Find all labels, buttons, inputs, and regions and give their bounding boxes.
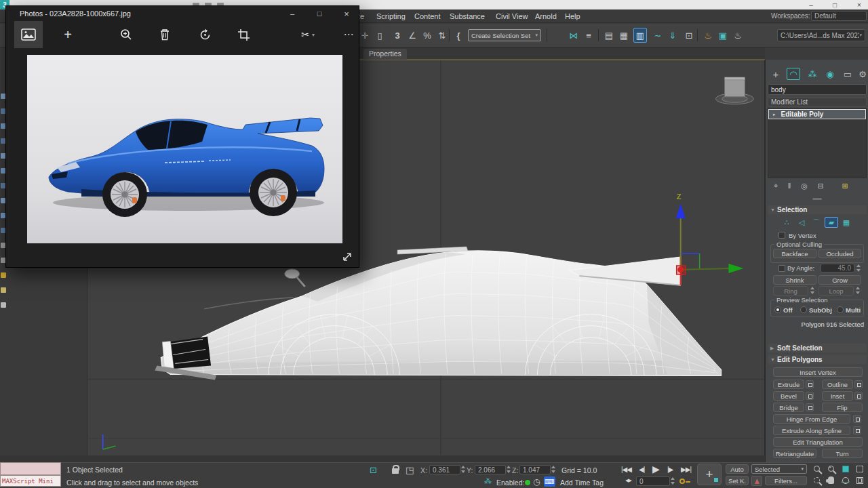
- maxscript-mini-listener[interactable]: MAXScript Mini: [0, 475, 61, 487]
- set-key-button[interactable]: Set K.: [726, 476, 749, 485]
- configure-modifier-sets-icon[interactable]: ⊞: [838, 180, 852, 192]
- pin-stack-icon[interactable]: ⌖: [769, 180, 783, 192]
- selection-lock-icon[interactable]: [392, 468, 399, 474]
- subobject-element-icon[interactable]: ▦: [840, 217, 853, 228]
- filters-button[interactable]: Filters...: [765, 476, 807, 485]
- preview-multi-radio[interactable]: [837, 306, 844, 313]
- select-object-icon[interactable]: ▯: [373, 28, 387, 43]
- outline-settings-icon[interactable]: [854, 380, 863, 388]
- rendered-frame-window-icon[interactable]: ▣: [716, 28, 730, 43]
- photos-titlebar[interactable]: Photos - 023A2828-1000x667.jpg: [6, 6, 359, 21]
- mirror-icon[interactable]: ⋈: [567, 28, 580, 43]
- zoom-extents-icon[interactable]: [842, 466, 849, 472]
- hinge-settings-icon[interactable]: [853, 415, 861, 423]
- bevel-settings-icon[interactable]: [806, 392, 814, 400]
- photo-canvas[interactable]: [27, 55, 342, 243]
- shrink-button[interactable]: Shrink: [773, 275, 816, 285]
- max-close-icon[interactable]: ×: [850, 0, 868, 9]
- zoom-all-icon[interactable]: +: [828, 466, 834, 472]
- photos-minimize-icon[interactable]: –: [282, 6, 302, 21]
- max-maximize-icon[interactable]: □: [826, 0, 844, 9]
- current-frame-field[interactable]: 0: [636, 476, 670, 486]
- menu-content[interactable]: Content: [412, 12, 443, 21]
- bridge-settings-icon[interactable]: [806, 403, 814, 411]
- dope-sheet-icon[interactable]: ⇓: [666, 28, 679, 43]
- set-key-filters-icon[interactable]: [751, 476, 762, 486]
- subobject-polygon-icon[interactable]: ▰: [825, 217, 838, 228]
- motion-tab-icon[interactable]: ◉: [823, 68, 837, 80]
- fullscreen-expand-icon[interactable]: [342, 251, 353, 262]
- y-coordinate-field[interactable]: 2.066: [475, 465, 506, 474]
- gizmo-y-arrow[interactable]: [728, 264, 743, 273]
- next-frame-button[interactable]: |▶: [667, 466, 673, 473]
- z-spinner[interactable]: [551, 465, 557, 474]
- z-coordinate-field[interactable]: 1.047: [519, 465, 551, 474]
- by-angle-checkbox[interactable]: [778, 265, 785, 272]
- tab-properties[interactable]: Properties: [363, 49, 407, 60]
- menu-scripting[interactable]: Scripting: [374, 12, 408, 21]
- previous-frame-button[interactable]: ◀|: [639, 466, 644, 473]
- gizmo-origin[interactable]: [677, 266, 684, 272]
- rollout-selection[interactable]: ▼ Selection: [768, 205, 867, 214]
- snaps-toggle-icon[interactable]: 3: [391, 28, 404, 43]
- schematic-view-icon[interactable]: ⊡: [682, 28, 696, 43]
- menu-help[interactable]: Help: [563, 12, 583, 21]
- more-options-icon[interactable]: ⋯: [337, 21, 360, 48]
- zoom-in-icon[interactable]: [115, 21, 138, 48]
- frame-nudge-buttons[interactable]: ◀▶: [625, 478, 631, 483]
- make-unique-icon[interactable]: ◎: [797, 180, 811, 192]
- y-spinner[interactable]: [506, 465, 512, 474]
- add-time-tag[interactable]: Add Time Tag: [560, 479, 604, 487]
- play-button[interactable]: ▶: [652, 464, 659, 474]
- move-gizmo[interactable]: Z: [676, 192, 744, 274]
- maxscript-macro-box[interactable]: [0, 462, 61, 475]
- by-angle-spinner[interactable]: [856, 264, 862, 272]
- bridge-button[interactable]: Bridge: [773, 403, 804, 412]
- show-end-result-icon[interactable]: ‖: [783, 180, 796, 192]
- curve-editor-icon[interactable]: ∼: [651, 28, 665, 43]
- project-path-dropdown[interactable]: C:\Users\Ad...ds Max 2022 ▾: [777, 29, 865, 41]
- modifier-list-dropdown[interactable]: Modifier List: [768, 98, 867, 106]
- by-vertex-checkbox[interactable]: [778, 232, 785, 239]
- layer-explorer-icon[interactable]: ▦: [617, 28, 631, 43]
- loop-button[interactable]: Loop: [818, 286, 854, 296]
- edit-triangulation-button[interactable]: Edit Triangulation: [773, 437, 863, 447]
- delete-icon[interactable]: [153, 21, 176, 48]
- x-spinner[interactable]: [460, 465, 467, 474]
- preview-subobj-radio[interactable]: [800, 306, 807, 313]
- hierarchy-tab-icon[interactable]: ⁂: [806, 68, 819, 80]
- zoom-region-icon[interactable]: [856, 466, 863, 472]
- rollout-soft-selection[interactable]: ▶ Soft Selection: [768, 344, 867, 352]
- selection-set-dropdown[interactable]: Create Selection Set▾: [468, 29, 541, 41]
- menu-substance[interactable]: Substance: [448, 12, 487, 21]
- maximize-viewport-icon[interactable]: [856, 477, 863, 484]
- key-mode-icon[interactable]: [679, 479, 685, 484]
- ring-button[interactable]: Ring: [773, 286, 808, 296]
- modify-tab-icon[interactable]: ◠: [787, 68, 800, 80]
- subobject-vertex-icon[interactable]: ∴: [780, 217, 793, 228]
- workspace-dropdown[interactable]: Default: [811, 11, 867, 21]
- photos-window[interactable]: Photos - 023A2828-1000x667.jpg – □ × + ✂…: [5, 5, 359, 268]
- gizmo-z-arrow[interactable]: [676, 203, 686, 218]
- photos-close-icon[interactable]: ×: [336, 6, 357, 21]
- backface-button[interactable]: Backface: [773, 249, 816, 258]
- utilities-tab-icon[interactable]: ⚙: [856, 68, 868, 80]
- render-setup-icon[interactable]: ♨: [701, 28, 715, 43]
- inset-button[interactable]: Inset: [822, 391, 853, 401]
- crop-icon[interactable]: [232, 21, 255, 48]
- menu-civil-view[interactable]: Civil View: [494, 12, 530, 21]
- subobject-edge-icon[interactable]: ◁: [795, 217, 808, 228]
- occluded-button[interactable]: Occluded: [818, 249, 861, 258]
- spinner-snap-icon[interactable]: ⇅: [435, 28, 449, 43]
- angle-snap-icon[interactable]: ∠: [406, 28, 419, 43]
- select-and-move-icon[interactable]: ✛: [358, 28, 372, 43]
- absolute-offset-toggle-icon[interactable]: ◳: [406, 465, 414, 475]
- set-keys-button[interactable]: +: [697, 464, 722, 485]
- zoom-icon[interactable]: [814, 466, 820, 472]
- named-selection-sets-icon[interactable]: {: [452, 28, 465, 43]
- percent-snap-icon[interactable]: %: [420, 28, 434, 43]
- menu-arnold[interactable]: Arnold: [533, 12, 559, 21]
- rollout-edit-polygons[interactable]: ▼ Edit Polygons: [768, 355, 867, 364]
- align-icon[interactable]: ≡: [582, 28, 595, 43]
- panel-scroll-handle[interactable]: [812, 198, 822, 200]
